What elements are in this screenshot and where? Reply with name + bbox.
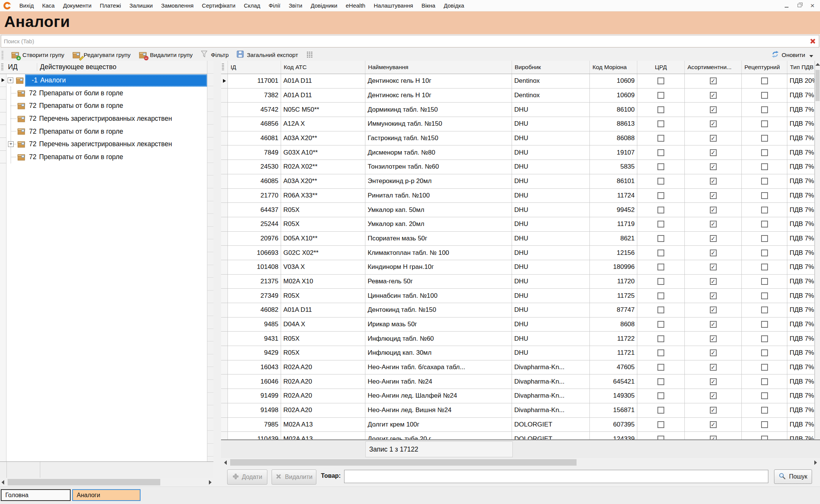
tree-item[interactable]: 72Препараты от боли в горле bbox=[6, 100, 207, 112]
crd-checkbox[interactable] bbox=[657, 436, 664, 439]
cell-assortment[interactable] bbox=[685, 360, 742, 375]
table-row[interactable]: 9431R05XИнфлюцид табл. №60DHU11722ПДВ 7% bbox=[221, 332, 815, 346]
assortment-checkbox[interactable] bbox=[710, 235, 717, 242]
assortment-checkbox[interactable] bbox=[710, 278, 717, 285]
table-row[interactable]: 27349R05XЦиннабсин табл. №100DHU11725ПДВ… bbox=[221, 289, 815, 303]
recipe-checkbox[interactable] bbox=[761, 364, 768, 371]
cell-assortment[interactable] bbox=[685, 145, 742, 160]
cell-recipe[interactable] bbox=[742, 145, 787, 160]
recipe-checkbox[interactable] bbox=[761, 149, 768, 156]
recipe-checkbox[interactable] bbox=[761, 378, 768, 385]
clear-search-icon[interactable] bbox=[809, 38, 816, 45]
column-header-crd[interactable]: ЦРД bbox=[637, 61, 685, 74]
menu-item[interactable]: Довідники bbox=[311, 2, 337, 9]
tab-analogs[interactable]: Аналоги bbox=[72, 489, 141, 501]
cell-crd[interactable] bbox=[637, 103, 685, 117]
cell-crd[interactable] bbox=[637, 260, 685, 275]
cell-crd[interactable] bbox=[637, 289, 685, 303]
assortment-checkbox[interactable] bbox=[710, 207, 717, 213]
crd-checkbox[interactable] bbox=[657, 92, 664, 99]
recipe-checkbox[interactable] bbox=[761, 392, 768, 399]
assortment-checkbox[interactable] bbox=[710, 163, 717, 170]
add-button[interactable]: Додати bbox=[227, 469, 267, 485]
column-header-assortment[interactable]: Асортиментни... bbox=[685, 61, 742, 74]
menu-item[interactable]: eHealth bbox=[346, 2, 365, 9]
cell-recipe[interactable] bbox=[742, 418, 787, 432]
assortment-checkbox[interactable] bbox=[710, 335, 717, 342]
table-scrollbar-thumb[interactable] bbox=[230, 459, 577, 466]
column-header-name[interactable]: Найменування bbox=[365, 61, 512, 74]
recipe-checkbox[interactable] bbox=[761, 278, 768, 285]
table-row[interactable]: 45742N05C M50**Дормикинд табл. №150DHU86… bbox=[221, 103, 815, 117]
cell-assortment[interactable] bbox=[685, 389, 742, 403]
cell-crd[interactable] bbox=[637, 346, 685, 360]
recipe-checkbox[interactable] bbox=[761, 221, 768, 228]
table-horizontal-scrollbar[interactable] bbox=[221, 458, 820, 466]
crd-checkbox[interactable] bbox=[657, 292, 664, 299]
cell-recipe[interactable] bbox=[742, 360, 787, 375]
table-row[interactable]: 20976D05A X10**Псориатен мазь 50гDHU8621… bbox=[221, 232, 815, 246]
table-row[interactable]: 21770R06A X33**Ринитал табл. №100DHU1172… bbox=[221, 189, 815, 203]
assortment-checkbox[interactable] bbox=[710, 321, 717, 328]
table-vscrollbar-thumb[interactable] bbox=[815, 70, 820, 101]
column-header-morion[interactable]: Код Моріона bbox=[590, 61, 637, 74]
columns-button[interactable] bbox=[302, 49, 317, 61]
cell-assortment[interactable] bbox=[685, 103, 742, 117]
assortment-checkbox[interactable] bbox=[710, 292, 717, 299]
cell-assortment[interactable] bbox=[685, 374, 742, 389]
product-input[interactable] bbox=[344, 470, 768, 483]
table-row[interactable]: 101408V03A XКиндинорм Н гран.10гDHU18099… bbox=[221, 260, 815, 275]
crd-checkbox[interactable] bbox=[657, 349, 664, 356]
recipe-checkbox[interactable] bbox=[761, 335, 768, 342]
cell-assortment[interactable] bbox=[685, 432, 742, 439]
cell-recipe[interactable] bbox=[742, 374, 787, 389]
cell-assortment[interactable] bbox=[685, 260, 742, 275]
cell-recipe[interactable] bbox=[742, 318, 787, 332]
expand-icon[interactable]: + bbox=[8, 77, 13, 83]
cell-crd[interactable] bbox=[637, 117, 685, 131]
table-row[interactable]: 16046R02A A20Нео-Ангин табл. №24Divaphar… bbox=[221, 374, 815, 389]
recipe-checkbox[interactable] bbox=[761, 207, 768, 213]
assortment-checkbox[interactable] bbox=[710, 392, 717, 399]
cell-assortment[interactable] bbox=[685, 88, 742, 103]
cell-assortment[interactable] bbox=[685, 403, 742, 418]
cell-recipe[interactable] bbox=[742, 432, 787, 439]
recipe-checkbox[interactable] bbox=[761, 407, 768, 414]
restore-button[interactable] bbox=[794, 2, 805, 10]
cell-recipe[interactable] bbox=[742, 332, 787, 346]
assortment-checkbox[interactable] bbox=[710, 349, 717, 356]
cell-crd[interactable] bbox=[637, 275, 685, 289]
cell-recipe[interactable] bbox=[742, 246, 787, 260]
table-row[interactable]: 64437R05XУмкалор кап. 50млDHU99452ПДВ 7% bbox=[221, 203, 815, 217]
cell-crd[interactable] bbox=[637, 389, 685, 403]
tree-item[interactable]: 72Препараты от боли в горле bbox=[6, 151, 207, 164]
crd-checkbox[interactable] bbox=[657, 321, 664, 328]
crd-checkbox[interactable] bbox=[657, 120, 664, 127]
tree-item[interactable]: +-1Аналоги bbox=[6, 74, 207, 87]
assortment-checkbox[interactable] bbox=[710, 307, 717, 313]
cell-assortment[interactable] bbox=[685, 332, 742, 346]
search-input[interactable] bbox=[1, 35, 819, 47]
tree-item[interactable]: 72Препараты от боли в горле bbox=[6, 125, 207, 138]
menu-item[interactable]: Філії bbox=[269, 2, 280, 9]
cell-assortment[interactable] bbox=[685, 203, 742, 217]
table-row[interactable]: 7849G03X A10**Дисменорм табл. №80DHU1910… bbox=[221, 145, 815, 160]
delete-button[interactable]: Видалити bbox=[272, 469, 316, 485]
menu-item[interactable]: Вихід bbox=[19, 2, 34, 9]
cell-crd[interactable] bbox=[637, 246, 685, 260]
expand-icon[interactable]: + bbox=[8, 141, 14, 147]
cell-recipe[interactable] bbox=[742, 203, 787, 217]
edit-group-button[interactable]: Редагувати групу bbox=[68, 49, 134, 61]
tree-item[interactable]: 72Перечень зарегистрированных лекарствен bbox=[6, 112, 207, 125]
crd-checkbox[interactable] bbox=[657, 307, 664, 313]
menu-item[interactable]: Платежі bbox=[100, 2, 121, 9]
cell-crd[interactable] bbox=[637, 418, 685, 432]
scroll-left-icon[interactable] bbox=[224, 460, 227, 465]
menu-item[interactable]: Налаштування bbox=[374, 2, 413, 9]
column-header-recipe[interactable]: Рецептурний bbox=[742, 61, 787, 74]
menu-item[interactable]: Каса bbox=[42, 2, 55, 9]
assortment-checkbox[interactable] bbox=[710, 436, 717, 439]
assortment-checkbox[interactable] bbox=[710, 149, 717, 156]
cell-recipe[interactable] bbox=[742, 389, 787, 403]
cell-crd[interactable] bbox=[637, 131, 685, 146]
